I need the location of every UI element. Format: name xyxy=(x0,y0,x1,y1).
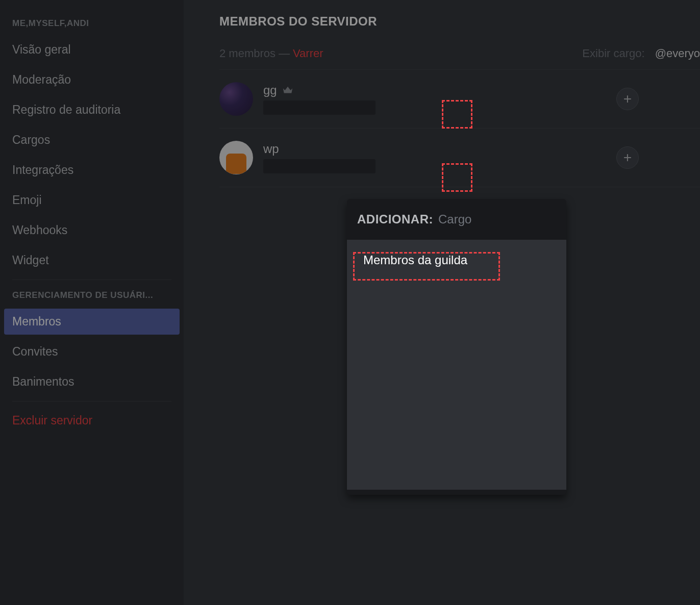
add-role-button[interactable]: + xyxy=(616,146,639,169)
members-count: 2 membros xyxy=(219,47,276,60)
member-tag-redacted xyxy=(263,159,376,173)
sidebar-server-name: ME,MYSELF,ANDI xyxy=(4,14,180,37)
avatar[interactable] xyxy=(219,82,253,116)
page-title: MEMBROS DO SERVIDOR xyxy=(219,14,700,29)
sidebar-divider xyxy=(12,280,171,280)
sidebar-item-roles[interactable]: Cargos xyxy=(4,127,180,153)
popover-input-placeholder[interactable]: Cargo xyxy=(438,212,471,226)
sidebar-item-overview[interactable]: Visão geral xyxy=(4,37,180,63)
crown-icon xyxy=(282,85,293,96)
sidebar-section-user-management: GERENCIAMENTO DE USUÁRI... xyxy=(4,286,180,309)
add-role-popover: ADICIONAR: Cargo Membros da guilda xyxy=(347,199,566,495)
members-info-bar: 2 membros — Varrer Exibir cargo: @everyo xyxy=(219,47,700,60)
sidebar-item-emoji[interactable]: Emoji xyxy=(4,187,180,213)
sidebar-item-widget[interactable]: Widget xyxy=(4,247,180,273)
prune-link[interactable]: Varrer xyxy=(293,47,323,60)
sidebar-item-integrations[interactable]: Integrações xyxy=(4,157,180,183)
sidebar-item-invites[interactable]: Convites xyxy=(4,339,180,365)
add-role-button[interactable]: + xyxy=(616,88,639,110)
display-role-label: Exibir cargo: xyxy=(582,47,644,60)
sidebar-item-audit-log[interactable]: Registro de auditoria xyxy=(4,97,180,123)
sidebar-divider xyxy=(12,401,171,401)
popover-label: ADICIONAR: xyxy=(357,212,433,226)
sidebar-item-moderation[interactable]: Moderação xyxy=(4,67,180,93)
sidebar-item-delete-server[interactable]: Excluir servidor xyxy=(4,408,180,434)
sidebar-item-members[interactable]: Membros xyxy=(4,309,180,335)
settings-sidebar: ME,MYSELF,ANDI Visão geral Moderação Reg… xyxy=(0,0,184,605)
member-name: gg xyxy=(263,83,277,97)
sidebar-item-webhooks[interactable]: Webhooks xyxy=(4,217,180,243)
member-row: wp + xyxy=(219,129,700,187)
sidebar-item-bans[interactable]: Banimentos xyxy=(4,369,180,395)
member-name: wp xyxy=(263,142,279,156)
avatar[interactable] xyxy=(219,141,253,174)
role-option[interactable]: Membros da guilda xyxy=(353,246,478,274)
member-tag-redacted xyxy=(263,100,376,115)
display-role-select[interactable]: @everyo xyxy=(655,47,700,60)
dash: — xyxy=(279,47,290,60)
member-row: gg + xyxy=(219,70,700,129)
